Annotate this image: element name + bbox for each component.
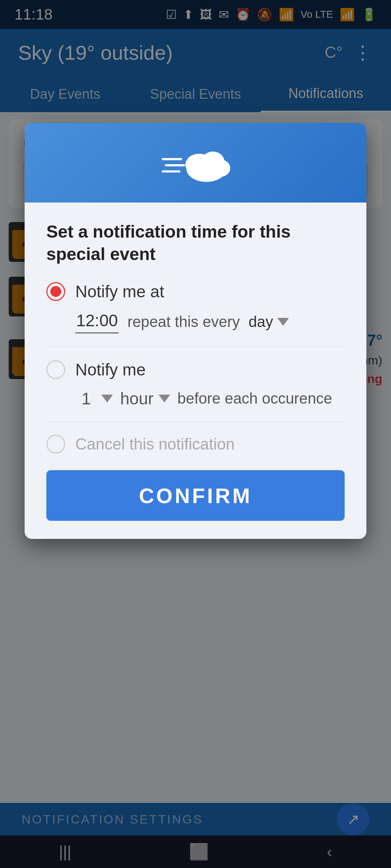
radio-option1[interactable] <box>46 282 65 301</box>
svg-point-6 <box>210 159 230 177</box>
number-row: 1 hour before each occurence <box>75 389 345 409</box>
option2-radio-row[interactable]: Notify me <box>46 360 345 379</box>
cloud-icon-wrap <box>159 137 232 188</box>
radio-option2[interactable] <box>46 360 65 379</box>
option-cancel-row[interactable]: Cancel this notification <box>46 435 345 454</box>
divider-1 <box>46 346 345 347</box>
dropdown-arrow-icon <box>277 318 289 326</box>
number-arrow-icon <box>101 395 113 403</box>
option1-label: Notify me at <box>75 282 164 301</box>
dialog-title: Set a notification time for this special… <box>46 221 345 266</box>
confirm-button[interactable]: CONFIRM <box>46 470 345 521</box>
dialog-body: Set a notification time for this special… <box>25 203 366 539</box>
number-value[interactable]: 1 <box>75 389 97 408</box>
day-dropdown[interactable]: day <box>249 313 289 331</box>
option1-radio-row[interactable]: Notify me at <box>46 282 345 301</box>
cloud-weather-icon <box>159 137 232 188</box>
option2-label: Notify me <box>75 360 146 379</box>
radio-option3[interactable] <box>46 435 65 454</box>
before-text: before each occurence <box>177 389 332 409</box>
notification-dialog: Set a notification time for this special… <box>25 123 366 539</box>
unit-wrap: hour <box>120 389 170 408</box>
number-input-wrap: 1 <box>75 389 113 408</box>
time-input[interactable]: 12:00 <box>75 311 119 333</box>
unit-arrow-icon <box>159 395 170 403</box>
repeat-text: repeat this every <box>127 313 240 331</box>
dialog-header <box>25 123 366 203</box>
unit-hour: hour <box>120 389 154 408</box>
option-notify-before: Notify me 1 hour before each occurence <box>46 360 345 409</box>
time-row: 12:00 repeat this every day <box>75 311 345 333</box>
dropdown-value: day <box>249 313 273 331</box>
divider-2 <box>46 421 345 422</box>
option-notify-at: Notify me at 12:00 repeat this every day <box>46 282 345 333</box>
cancel-label: Cancel this notification <box>75 435 235 453</box>
